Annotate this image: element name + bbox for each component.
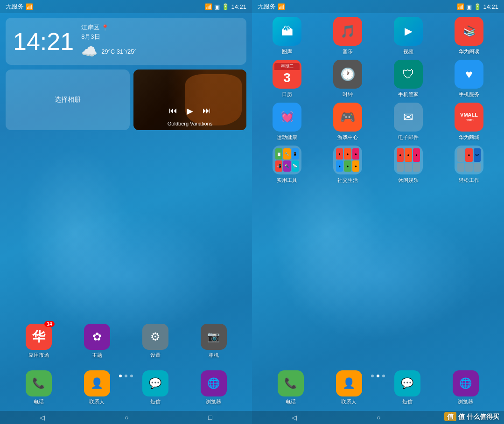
app-gamecenter[interactable]: 🎮 游戏中心 (333, 103, 362, 141)
play-button[interactable]: ▶ (187, 106, 193, 116)
time-left: 14:21 (231, 3, 246, 10)
sim-icon-left: ▣ (214, 3, 220, 10)
app-label-settings: 设置 (150, 352, 161, 359)
app-label-camera: 相机 (209, 352, 219, 359)
dock-icon-sms-left[interactable]: 💬 (142, 370, 168, 396)
dock-label-phone-right: 电话 (286, 398, 296, 405)
wifi-icon-right: 📶 (457, 3, 464, 10)
app-email[interactable]: ✉ 电子邮件 (394, 103, 423, 141)
folder-icon-social[interactable]: ♦ ● ● ● ● ● (333, 146, 362, 174)
dock-label-sms-left: 短信 (150, 398, 161, 405)
dock-icon-phone-left[interactable]: 📞 (26, 370, 52, 396)
app-phonemanager[interactable]: 🛡 手机管家 (394, 60, 423, 98)
weather-widget[interactable]: 14:21 江岸区 📍 8月3日 ☁️ 29°C 31°/25° (6, 18, 246, 65)
folder-entertainment[interactable]: ● ● ● 休闲娱乐 (394, 146, 423, 184)
location-text: 江岸区 📍 (81, 23, 137, 32)
nav-bar-left: ◁ ○ □ (0, 411, 252, 424)
badge-appmarket: 14 (44, 321, 54, 327)
app-clock[interactable]: 🕐 时钟 (333, 60, 362, 98)
folder-icon-tools[interactable]: 📋 🔧 📱 📲 🔦 📡 (273, 146, 301, 174)
folder-work[interactable]: ● W 轻松工作 (455, 146, 483, 184)
dock-contacts-left[interactable]: 👤 联系人 (84, 370, 110, 405)
dock-sms-right[interactable]: 💬 短信 (394, 370, 420, 405)
weather-cloud-icon: ☁️ (81, 44, 98, 59)
next-button[interactable]: ⏭ (203, 106, 211, 116)
app-music[interactable]: 🎵 音乐 (333, 17, 362, 55)
nav-back-right[interactable]: ◁ (292, 414, 297, 421)
app-icon-camera[interactable]: 📷 (201, 324, 227, 350)
app-item-camera[interactable]: 📷 相机 (201, 324, 227, 359)
pin-icon: 📍 (101, 24, 109, 31)
app-label-theme: 主题 (92, 352, 102, 359)
app-item-settings[interactable]: ⚙ 设置 (142, 324, 168, 359)
music-title: Goldberg Variations (133, 121, 246, 126)
carrier-text-right: 无服务 (258, 2, 276, 11)
dock-label-browser-right: 浏览器 (458, 398, 473, 405)
app-health[interactable]: 💓 运动健康 (273, 103, 301, 141)
photo-widget-label: 选择相册 (55, 96, 81, 104)
app-item-appmarket[interactable]: 华 14 应用市场 (26, 324, 52, 359)
dock-phone-left[interactable]: 📞 电话 (26, 370, 52, 405)
signal-icon-left: 📶 (26, 3, 33, 10)
huawei-logo: 华 (32, 328, 45, 346)
folder-tools[interactable]: 📋 🔧 📱 📲 🔦 📡 实用工具 (273, 146, 301, 184)
watermark: 值 值 什么值得买 (444, 412, 499, 421)
photo-widget[interactable]: 选择相册 (6, 70, 130, 130)
nav-home-right[interactable]: ○ (377, 414, 380, 421)
app-vmall[interactable]: VMALL .com 华为商城 (455, 103, 483, 141)
prev-button[interactable]: ⏮ (169, 106, 177, 116)
dock-label-contacts-right: 联系人 (341, 398, 357, 405)
music-widget[interactable]: ⏮ ▶ ⏭ Goldberg Variations (133, 70, 246, 130)
dock-left: 📞 电话 👤 联系人 💬 短信 🌐 浏览器 (0, 365, 252, 411)
right-app-container: 🏔 图库 🎵 音乐 ▶ 视频 📚 华为阅读 (252, 13, 504, 192)
battery-icon-right: 🔋 (474, 3, 481, 10)
dock-icon-browser-left[interactable]: 🌐 (201, 370, 227, 396)
app-icon-settings[interactable]: ⚙ (142, 324, 168, 350)
app-label-appmarket: 应用市场 (28, 352, 49, 359)
app-icon-theme[interactable]: ✿ (84, 324, 110, 350)
dock-browser-left[interactable]: 🌐 浏览器 (201, 370, 227, 405)
nav-back-left[interactable]: ◁ (40, 414, 45, 421)
carrier-text-left: 无服务 (6, 2, 24, 11)
app-icon-appmarket[interactable]: 华 14 (26, 324, 52, 350)
dock-icon-contacts-right[interactable]: 👤 (336, 370, 362, 396)
app-video[interactable]: ▶ 视频 (394, 17, 423, 55)
dock-sms-left[interactable]: 💬 短信 (142, 370, 168, 405)
status-bar-left: 无服务 📶 📶 ▣ 🔋 14:21 (0, 0, 252, 13)
date-text: 8月3日 (81, 33, 137, 41)
app-huawei-reading[interactable]: 📚 华为阅读 (455, 17, 483, 55)
dock-label-browser-left: 浏览器 (206, 398, 221, 405)
dock-phone-right[interactable]: 📞 电话 (278, 370, 304, 405)
music-controls[interactable]: ⏮ ▶ ⏭ (133, 106, 246, 116)
nav-home-left[interactable]: ○ (125, 414, 128, 421)
dock-label-sms-right: 短信 (402, 398, 413, 405)
time-right: 14:21 (483, 3, 498, 10)
dock-right: 📞 电话 👤 联系人 💬 短信 🌐 浏览器 (252, 365, 504, 411)
dock-icon-phone-right[interactable]: 📞 (278, 370, 304, 396)
app-row-2: 星期三 3 日历 🕐 时钟 🛡 手机管家 ♥ (257, 60, 499, 98)
nav-recent-left[interactable]: □ (208, 414, 212, 421)
weather-info: 江岸区 📍 8月3日 ☁️ 29°C 31°/25° (81, 23, 137, 59)
folder-icon-work[interactable]: ● W (455, 146, 483, 174)
right-phone-screen: 无服务 📶 📶 ▣ 🔋 14:21 🏔 图库 🎵 音乐 (252, 0, 504, 424)
signal-icon-right: 📶 (278, 3, 285, 10)
left-phone-screen: 无服务 📶 📶 ▣ 🔋 14:21 14:21 江岸区 📍 8月3日 ☁️ 29… (0, 0, 252, 424)
dock-icon-sms-right[interactable]: 💬 (394, 370, 420, 396)
folder-icon-entertainment[interactable]: ● ● ● (394, 146, 423, 174)
clock-display: 14:21 (13, 29, 74, 54)
app-gallery[interactable]: 🏔 图库 (273, 17, 301, 55)
dock-label-phone-left: 电话 (34, 398, 44, 405)
dock-contacts-right[interactable]: 👤 联系人 (336, 370, 362, 405)
app-item-theme[interactable]: ✿ 主题 (84, 324, 110, 359)
temp-text: 29°C 31°/25° (101, 48, 137, 55)
app-calendar[interactable]: 星期三 3 日历 (273, 60, 301, 98)
sim-icon-right: ▣ (466, 3, 472, 10)
folder-social[interactable]: ♦ ● ● ● ● ● 社交生活 (333, 146, 362, 184)
app-row-3: 💓 运动健康 🎮 游戏中心 ✉ 电子邮件 VMALL .com (257, 103, 499, 141)
dock-browser-right[interactable]: 🌐 浏览器 (453, 370, 479, 405)
dock-icon-browser-right[interactable]: 🌐 (453, 370, 479, 396)
temp-row: ☁️ 29°C 31°/25° (81, 44, 137, 59)
dock-icon-contacts-left[interactable]: 👤 (84, 370, 110, 396)
app-phoneservice[interactable]: ♥ 手机服务 (455, 60, 483, 98)
app-row-1: 🏔 图库 🎵 音乐 ▶ 视频 📚 华为阅读 (257, 17, 499, 55)
